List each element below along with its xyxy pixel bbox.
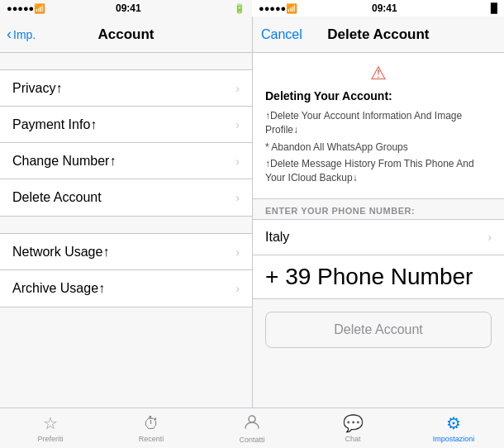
tab-chat-label: Chat — [345, 435, 360, 443]
time-left: 09:41 — [116, 2, 141, 14]
sidebar-item-payment-info[interactable]: Payment Info↑ › — [0, 107, 252, 143]
country-label: Italy — [265, 230, 289, 245]
sidebar-item-delete-account[interactable]: Delete Account › — [0, 179, 252, 216]
tab-contatti[interactable]: Contatti — [202, 408, 302, 448]
tab-contatti-label: Contatti — [239, 436, 264, 444]
country-chevron-icon: › — [487, 231, 492, 244]
right-panel: Cancel Delete Account ⚠ Deleting Your Ac… — [252, 17, 504, 407]
nav-bar-right: Cancel Delete Account — [253, 17, 504, 53]
nav-title-right: Delete Account — [327, 26, 429, 43]
chevron-icon: › — [235, 155, 240, 168]
chevron-icon: › — [235, 118, 240, 131]
chevron-icon: › — [235, 82, 240, 95]
time-right: 09:41 — [372, 2, 397, 14]
tab-bar: ☆ Preferiti ⏱ Recenti Contatti 💬 Chat ⚙ … — [0, 407, 504, 448]
chat-icon: 💬 — [343, 413, 364, 433]
warning-triangle-icon: ⚠ — [370, 63, 387, 83]
warning-item-1: ↑Delete Your Account Information And Ima… — [265, 109, 492, 137]
sidebar-item-archive-usage[interactable]: Archive Usage↑ › — [0, 270, 252, 307]
delete-button-container: Delete Account — [253, 299, 504, 360]
privacy-label: Privacy↑ — [12, 81, 62, 96]
tab-preferiti[interactable]: ☆ Preferiti — [0, 408, 101, 448]
warning-item-2: * Abandon All WhatsApp Groups — [265, 141, 492, 155]
wifi-right: 📶 — [286, 3, 297, 14]
chevron-icon: › — [235, 245, 240, 259]
wifi-left: 📶 — [34, 3, 45, 14]
warning-icon-container: ⚠ — [265, 63, 492, 84]
tab-recenti[interactable]: ⏱ Recenti — [101, 408, 202, 448]
tab-chat[interactable]: 💬 Chat — [302, 408, 403, 448]
status-bar-left: ●●●●● 📶 09:41 🔋 — [0, 0, 252, 17]
carrier-left: ●●●●● — [7, 3, 34, 13]
nav-bar-left: ‹ Imp. Account — [0, 17, 252, 53]
svg-point-0 — [249, 416, 255, 422]
battery-left: 🔋 — [234, 3, 245, 14]
nav-back-button[interactable]: ‹ Imp. — [7, 26, 36, 43]
carrier-right: ●●●●● — [259, 3, 286, 13]
status-bar-right: ●●●●● 📶 09:41 ▉ — [252, 0, 504, 17]
nav-title-left: Account — [98, 26, 155, 43]
delete-content: ⚠ Deleting Your Account: ↑Delete Your Ac… — [253, 53, 504, 407]
person-icon — [244, 413, 260, 434]
tab-impostazioni[interactable]: ⚙ Impostazioni — [403, 408, 504, 448]
chevron-icon: › — [235, 282, 240, 295]
settings-gear-icon: ⚙ — [446, 413, 461, 433]
network-usage-label: Network Usage↑ — [12, 245, 109, 260]
tab-recenti-label: Recenti — [139, 435, 164, 443]
chevron-icon: › — [235, 191, 240, 204]
settings-group-2: Network Usage↑ › Archive Usage↑ › — [0, 233, 252, 307]
star-icon: ☆ — [43, 413, 58, 433]
cancel-button[interactable]: Cancel — [261, 27, 302, 42]
left-panel: ‹ Imp. Account Privacy↑ › Payment Info↑ … — [0, 17, 252, 407]
phone-section-label: ENTER YOUR PHONE NUMBER: — [253, 199, 504, 219]
archive-usage-label: Archive Usage↑ — [12, 281, 105, 296]
settings-group-1: Privacy↑ › Payment Info↑ › Change Number… — [0, 69, 252, 217]
tab-impostazioni-label: Impostazioni — [433, 435, 475, 443]
tab-preferiti-label: Preferiti — [37, 435, 63, 443]
sidebar-item-network-usage[interactable]: Network Usage↑ › — [0, 234, 252, 270]
phone-number-display[interactable]: + 39 Phone Number — [253, 255, 504, 299]
warning-item-3: ↑Delete Message History From This Phone … — [265, 157, 492, 185]
sidebar-item-change-number[interactable]: Change Number↑ › — [0, 143, 252, 179]
payment-info-label: Payment Info↑ — [12, 117, 97, 132]
warning-section: ⚠ Deleting Your Account: ↑Delete Your Ac… — [253, 53, 504, 199]
nav-back-label: Imp. — [13, 28, 36, 41]
battery-right: ▉ — [491, 3, 497, 14]
change-number-label: Change Number↑ — [12, 154, 116, 169]
warning-title: Deleting Your Account: — [265, 89, 492, 102]
delete-account-button[interactable]: Delete Account — [265, 312, 492, 348]
sidebar-item-privacy[interactable]: Privacy↑ › — [0, 70, 252, 107]
back-chevron-icon: ‹ — [7, 26, 12, 43]
clock-icon: ⏱ — [143, 414, 159, 433]
delete-account-label: Delete Account — [12, 190, 102, 205]
country-selector[interactable]: Italy › — [253, 219, 504, 255]
